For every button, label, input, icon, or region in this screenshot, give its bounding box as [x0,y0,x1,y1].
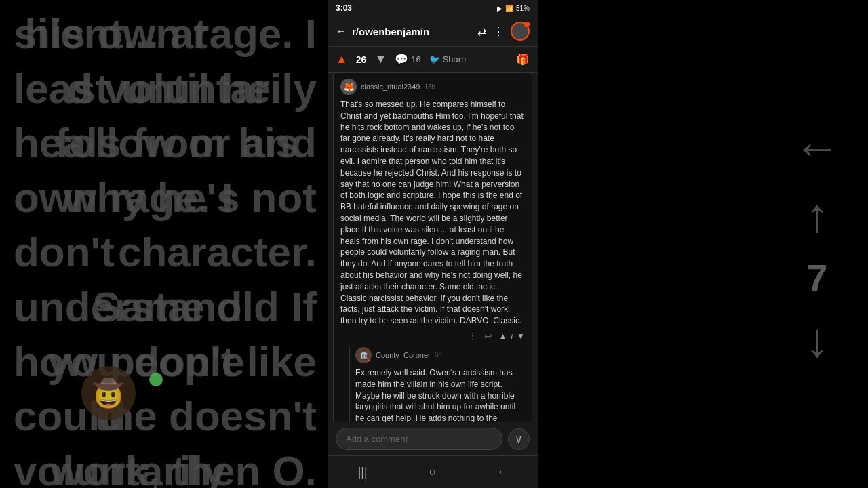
right-icons: ← ↑ 7 ↓ [793,121,841,367]
upvote-button[interactable]: ▲ [336,52,348,66]
comment-avatar: 🦊 [340,79,357,95]
green-dot [149,373,163,386]
battery-icon: 51% [516,5,530,12]
nav-back-icon: ← [496,465,509,479]
share-icon[interactable]: ⇄ [477,25,486,38]
vote-count-bg: 7 [807,256,828,300]
comment-vote-count: 7 [509,331,514,341]
down-arrow-bg-icon: ↓ [806,313,829,367]
status-icons: ▶ 📶 51% [497,5,530,12]
phone-screen: 3:03 ▶ 📶 51% ← r/owenbenjamin ⇄ ⋮ ▲ 26 ▼… [328,0,538,488]
subreddit-title: r/owenbenjamin [352,26,429,37]
comment-icon: 💬 [395,53,408,66]
left-avatar: 🤠 [81,366,136,420]
commenter-username[interactable]: classic_ritual2349 [361,83,420,91]
comment-upvote-btn[interactable]: ▲ [499,331,507,341]
add-comment-input[interactable]: Add a comment [336,428,502,450]
reply-text: Extremely well said. Owen's narcissism h… [355,367,525,422]
comment-button[interactable]: 💬 16 [395,53,420,66]
comment-actions: ⋮ ↩ ▲ 7 ▼ [340,331,525,342]
add-comment-expand-button[interactable]: ∨ [508,428,530,450]
reply-header: 🏛️ County_Coroner 6h [355,347,525,363]
share-label: Share [443,54,467,64]
comment-vote: ▲ 7 ▼ [499,331,525,341]
reply-avatar: 🏛️ [355,347,372,363]
main-comment-box: 🦊 classic_ritual2349 13h That's so messe… [333,73,532,422]
comment-count: 16 [411,54,420,64]
chevron-down-icon: ∨ [515,432,523,445]
comment-time: 13h [424,83,435,91]
back-arrow-bg-icon: ← [793,121,841,175]
notification-dot [524,22,530,27]
right-background: ← ↑ 7 ↓ [538,0,868,488]
menu-icon: ||| [358,465,368,479]
user-avatar[interactable] [511,22,530,41]
bottom-navigation: ||| ○ ← [328,455,538,488]
add-comment-bar: Add a comment ∨ [328,422,538,455]
comment-more-icon[interactable]: ⋮ [468,331,477,342]
back-button[interactable]: ← [336,25,347,37]
nav-left: ← r/owenbenjamin [336,25,429,37]
comment-text: That's so messed up. He compares himself… [340,99,525,327]
left-background: 🤠 [0,0,328,488]
gift-button[interactable]: 🎁 [516,53,530,66]
reply-username[interactable]: County_Coroner [376,351,431,359]
content-area: 🦊 classic_ritual2349 13h That's so messe… [328,73,538,422]
share-button[interactable]: 🐦 Share [429,54,467,64]
home-icon: ○ [429,465,437,479]
reply-avatar-dot [368,359,372,363]
more-options-icon[interactable]: ⋮ [493,25,504,38]
nav-bar: ← r/owenbenjamin ⇄ ⋮ [328,16,538,47]
avatar-emoji: 🦊 [343,81,355,92]
menu-nav-button[interactable]: ||| [342,462,383,483]
nested-comment: 🏛️ County_Coroner 6h Extremely well said… [349,347,525,422]
nav-right: ⇄ ⋮ [477,22,530,41]
media-icon: ▶ [497,5,502,12]
add-comment-placeholder: Add a comment [346,434,408,444]
vote-count: 26 [356,54,367,65]
action-bar: ▲ 26 ▼ 💬 16 🐦 Share 🎁 [328,47,538,73]
up-arrow-bg-icon: ↑ [806,188,829,243]
twitter-icon: 🐦 [429,54,440,64]
reply-avatar-img: 🏛️ [360,352,368,359]
reply-icon[interactable]: ↩ [484,331,492,342]
home-nav-button[interactable]: ○ [412,462,453,483]
reply-time: 6h [435,351,442,359]
comment-downvote-btn[interactable]: ▼ [517,331,525,341]
wifi-icon: 📶 [505,5,513,12]
status-bar: 3:03 ▶ 📶 51% [328,0,538,16]
back-nav-button[interactable]: ← [482,462,523,483]
downvote-button[interactable]: ▼ [374,52,387,66]
time-display: 3:03 [336,3,352,13]
comment-header: 🦊 classic_ritual2349 13h [340,79,525,95]
